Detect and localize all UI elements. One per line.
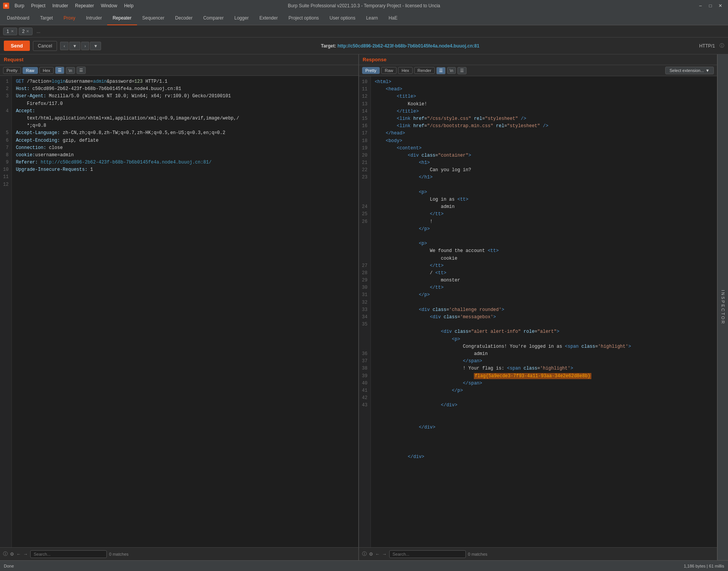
request-panel-header: Request [0,54,358,65]
send-button[interactable]: Send [4,41,30,51]
request-search-settings-icon[interactable]: ⚙ [10,551,14,557]
response-filter-btn[interactable]: ☰ [436,67,446,74]
request-search-input[interactable] [30,550,107,558]
repeater-tab-2-close[interactable]: ✕ [26,29,29,33]
repeater-tab-1-close[interactable]: ✕ [11,29,14,33]
tab-proxy[interactable]: Proxy [58,11,81,25]
inspector-label: INSPECTOR [721,290,725,325]
tab-extender[interactable]: Extender [254,11,283,25]
response-search-back-icon[interactable]: ← [375,551,380,557]
menu-help[interactable]: Help [121,2,137,9]
response-panel: Response Pretty Raw Hex Render ☰ \n ☰ Se… [359,54,718,560]
cancel-button[interactable]: Cancel [33,41,57,51]
select-extension-label: Select extension... [669,68,704,73]
tab-comparer[interactable]: Comparer [198,11,229,25]
tab-dashboard[interactable]: Dashboard [2,11,35,25]
request-panel: Request Pretty Raw Hex ☰ \n ☰ 1 2 3 4 5 … [0,54,359,560]
http-version: HTTP/1 [699,43,715,49]
target-area: Target: http://c50cd896-2b62-423f-b68b-7… [104,43,696,49]
close-button[interactable]: ✕ [716,2,725,10]
response-code-content: <html> <head> <title> Kookie! </title> <… [371,76,717,547]
target-label: Target: http://c50cd896-2b62-423f-b68b-7… [321,43,480,49]
request-pretty-btn[interactable]: Pretty [3,67,21,74]
status-stats: 1,186 bytes | 61 millis [684,564,724,568]
toolbar: Send Cancel ‹ ▼ › ▼ Target: http://c50cd… [0,38,728,54]
request-menu-btn[interactable]: ☰ [77,67,86,74]
help-icon[interactable]: ⓘ [720,43,724,49]
title-left: B Burp Project Intruder Repeater Window … [3,2,137,9]
tab-project-options[interactable]: Project options [283,11,324,25]
tab-decoder[interactable]: Decoder [170,11,198,25]
response-hex-btn[interactable]: Hex [398,67,413,74]
menu-burp[interactable]: Burp [11,2,27,9]
request-search-help-icon[interactable]: ⓘ [3,551,8,557]
response-render-btn[interactable]: Render [414,67,435,74]
tab-learn[interactable]: Learn [361,11,383,25]
request-search-bar: ⓘ ⚙ ← → 0 matches [0,547,358,560]
nav-tabs: Dashboard Target Proxy Intruder Repeater… [0,11,728,25]
request-search-forward-icon[interactable]: → [23,551,28,557]
request-search-back-icon[interactable]: ← [16,551,21,557]
response-line-numbers: 10 11 12 13 14 15 16 17 18 19 20 21 22 2… [359,76,371,547]
request-filter-btn[interactable]: ☰ [55,67,64,74]
nav-back-button[interactable]: ‹ [60,42,69,50]
minimize-button[interactable]: – [696,2,705,10]
response-panel-title: Response [363,57,387,62]
request-hex-btn[interactable]: Hex [39,67,54,74]
tab-logger[interactable]: Logger [229,11,254,25]
request-code-content: GET /?action=login&username=admin&passwo… [12,76,358,547]
response-newline-btn[interactable]: \n [447,67,456,74]
menu-bar: Burp Project Intruder Repeater Window He… [11,2,137,9]
request-raw-btn[interactable]: Raw [23,67,38,74]
tab-intruder[interactable]: Intruder [81,11,107,25]
tab-target[interactable]: Target [35,11,58,25]
repeater-tabs: 1 ✕ 2 ✕ ... [0,25,728,38]
request-code-editor[interactable]: 1 2 3 4 5 6 7 8 9 10 11 12 GET /?action=… [0,76,358,547]
tab-hae[interactable]: HaE [383,11,403,25]
select-extension-chevron: ▼ [705,68,710,73]
response-search-bar: ⓘ ⚙ ← → 0 matches [359,547,717,560]
response-toolbar-right: Select extension... ▼ [665,67,714,74]
tab-repeater[interactable]: Repeater [107,11,137,25]
window-controls: – □ ✕ [696,2,725,10]
burp-logo: B [3,3,9,9]
response-menu-btn[interactable]: ☰ [457,67,467,74]
nav-forward-button[interactable]: › [81,42,90,50]
tab-sequencer[interactable]: Sequencer [137,11,170,25]
window-title: Burp Suite Professional v2021.10.3 - Tem… [288,3,440,8]
tab-user-options[interactable]: User options [324,11,361,25]
repeater-tabs-more[interactable]: ... [34,28,42,35]
select-extension-dropdown[interactable]: Select extension... ▼ [665,67,714,74]
response-code-editor[interactable]: 10 11 12 13 14 15 16 17 18 19 20 21 22 2… [359,76,717,547]
request-line-numbers: 1 2 3 4 5 6 7 8 9 10 11 12 [0,76,12,547]
response-raw-btn[interactable]: Raw [381,67,397,74]
request-panel-title: Request [4,57,23,62]
repeater-tab-1[interactable]: 1 ✕ [3,28,17,35]
response-search-help-icon[interactable]: ⓘ [362,551,367,557]
menu-project[interactable]: Project [28,2,48,9]
response-matches-count: 0 matches [468,552,488,556]
request-editor-toolbar: Pretty Raw Hex ☰ \n ☰ [0,65,358,76]
inspector-panel[interactable]: INSPECTOR [717,54,728,560]
nav-forward-dropdown[interactable]: ▼ [90,42,101,50]
status-text: Done [4,564,14,568]
request-newline-btn[interactable]: \n [66,67,75,74]
repeater-tab-2-label: 2 [22,29,25,34]
title-bar: B Burp Project Intruder Repeater Window … [0,0,728,11]
response-editor-toolbar: Pretty Raw Hex Render ☰ \n ☰ Select exte… [359,65,717,76]
nav-back-dropdown[interactable]: ▼ [69,42,80,50]
menu-intruder[interactable]: Intruder [49,2,71,9]
response-search-input[interactable] [389,550,466,558]
repeater-tab-2[interactable]: 2 ✕ [19,28,33,35]
main-content: Request Pretty Raw Hex ☰ \n ☰ 1 2 3 4 5 … [0,54,728,560]
menu-window[interactable]: Window [98,2,120,9]
status-bar: Done 1,186 bytes | 61 millis [0,560,728,571]
menu-repeater[interactable]: Repeater [72,2,97,9]
nav-arrows: ‹ ▼ › ▼ [60,42,101,50]
response-pretty-btn[interactable]: Pretty [362,67,380,74]
maximize-button[interactable]: □ [706,2,715,10]
response-search-forward-icon[interactable]: → [382,551,387,557]
response-search-settings-icon[interactable]: ⚙ [369,551,373,557]
repeater-tab-1-label: 1 [7,29,9,34]
request-matches-count: 0 matches [109,552,129,556]
